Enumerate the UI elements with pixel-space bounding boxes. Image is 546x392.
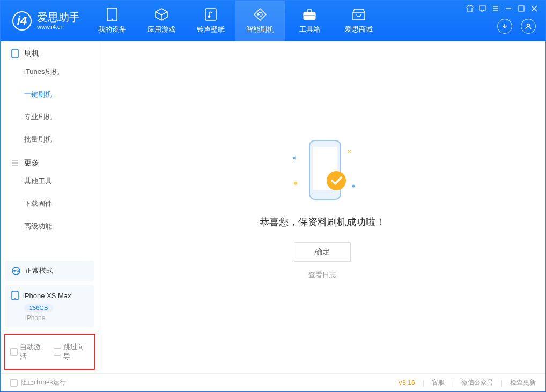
group-title: 更多 xyxy=(24,158,39,168)
sidebar-item-other-tools[interactable]: 其他工具 xyxy=(1,170,99,193)
svg-rect-8 xyxy=(519,6,524,11)
skip-guide-label: 跳过向导 xyxy=(63,342,90,361)
toolbox-icon xyxy=(302,8,316,21)
sidebar-group-flash: 刷机 xyxy=(1,41,99,61)
sidebar: 刷机 iTunes刷机 一键刷机 专业刷机 批量刷机 更多 其他工具 下载固件 … xyxy=(1,41,99,373)
close-icon[interactable] xyxy=(530,5,538,12)
device-capacity: 256GB xyxy=(24,304,53,312)
device-panel[interactable]: iPhone XS Max 256GB iPhone xyxy=(5,285,94,327)
sidebar-item-pro-flash[interactable]: 专业刷机 xyxy=(1,106,99,128)
svg-point-16 xyxy=(294,182,297,185)
ok-button[interactable]: 确定 xyxy=(294,242,351,262)
svg-point-13 xyxy=(17,270,19,272)
auto-activate-label: 自动激活 xyxy=(20,342,46,361)
store-icon xyxy=(352,8,366,21)
status-bar: 阻止iTunes运行 V8.16 | 客服 | 微信公众号 | 检查更新 xyxy=(1,373,545,391)
sidebar-item-batch-flash[interactable]: 批量刷机 xyxy=(1,128,99,151)
main-tabs: 我的设备 应用游戏 铃声壁纸 智能刷机 工具箱 爱思商城 xyxy=(87,1,383,41)
tab-label: 我的设备 xyxy=(98,25,126,34)
svg-rect-7 xyxy=(479,6,486,10)
mode-icon xyxy=(11,266,21,276)
sidebar-item-itunes-flash[interactable]: iTunes刷机 xyxy=(1,61,99,83)
user-icon[interactable] xyxy=(521,19,536,34)
svg-rect-10 xyxy=(12,49,18,58)
header-bar: i4 爱思助手 www.i4.cn 我的设备 应用游戏 铃声壁纸 智能刷机 工具… xyxy=(1,1,545,41)
block-itunes-label: 阻止iTunes运行 xyxy=(21,378,66,387)
tab-label: 智能刷机 xyxy=(246,25,274,34)
window-controls xyxy=(466,5,538,12)
svg-point-12 xyxy=(13,270,16,272)
svg-point-3 xyxy=(208,16,210,18)
sidebar-item-download-firmware[interactable]: 下载固件 xyxy=(1,193,99,215)
tab-ringtones[interactable]: 铃声壁纸 xyxy=(186,1,235,41)
feedback-icon[interactable] xyxy=(479,5,486,12)
mode-indicator[interactable]: 正常模式 xyxy=(5,261,94,281)
tab-label: 工具箱 xyxy=(299,25,320,34)
menu-icon[interactable] xyxy=(492,5,499,12)
device-icon xyxy=(105,8,119,21)
tab-my-device[interactable]: 我的设备 xyxy=(87,1,137,41)
sidebar-group-more: 更多 xyxy=(1,151,99,170)
tab-flash[interactable]: 智能刷机 xyxy=(235,1,285,41)
svg-rect-5 xyxy=(307,10,312,12)
block-itunes-checkbox[interactable] xyxy=(10,379,18,387)
tab-label: 铃声壁纸 xyxy=(197,25,225,34)
sidebar-item-oneclick-flash[interactable]: 一键刷机 xyxy=(1,83,99,106)
svg-point-9 xyxy=(527,24,530,27)
app-subtitle: www.i4.cn xyxy=(37,24,80,31)
device-type: iPhone xyxy=(25,314,88,322)
minimize-icon[interactable] xyxy=(505,5,512,12)
tab-toolbox[interactable]: 工具箱 xyxy=(285,1,334,41)
svg-point-1 xyxy=(112,19,113,20)
mode-label: 正常模式 xyxy=(25,266,53,276)
auto-activate-checkbox[interactable] xyxy=(10,348,18,356)
tab-apps[interactable]: 应用游戏 xyxy=(137,1,186,41)
group-title: 刷机 xyxy=(24,49,39,58)
music-icon xyxy=(204,8,218,21)
app-logo: i4 爱思助手 www.i4.cn xyxy=(1,11,87,31)
list-icon xyxy=(11,159,19,167)
logo-icon: i4 xyxy=(12,11,32,31)
device-name: iPhone XS Max xyxy=(23,292,71,300)
options-highlight: 自动激活 跳过向导 xyxy=(4,334,95,370)
refresh-icon xyxy=(253,8,267,21)
download-icon[interactable] xyxy=(497,19,512,34)
app-title: 爱思助手 xyxy=(37,11,80,24)
svg-point-20 xyxy=(327,171,346,190)
svg-point-17 xyxy=(352,184,355,187)
maximize-icon[interactable] xyxy=(518,5,525,12)
version-label: V8.16 xyxy=(398,379,415,387)
content-area: 恭喜您，保资料刷机成功啦！ 确定 查看日志 xyxy=(99,41,545,373)
service-link[interactable]: 客服 xyxy=(432,378,445,387)
shirt-icon[interactable] xyxy=(466,5,474,12)
view-log-link[interactable]: 查看日志 xyxy=(308,270,336,280)
phone-icon xyxy=(11,49,19,58)
tab-store[interactable]: 爱思商城 xyxy=(334,1,383,41)
cube-icon xyxy=(154,8,168,21)
success-message: 恭喜您，保资料刷机成功啦！ xyxy=(260,216,385,228)
device-icon xyxy=(11,291,19,300)
update-link[interactable]: 检查更新 xyxy=(510,378,536,387)
svg-point-15 xyxy=(14,298,16,299)
wechat-link[interactable]: 微信公众号 xyxy=(461,378,493,387)
skip-guide-checkbox[interactable] xyxy=(54,348,61,356)
success-illustration xyxy=(274,135,371,205)
tab-label: 爱思商城 xyxy=(345,25,373,34)
tab-label: 应用游戏 xyxy=(147,25,175,34)
svg-rect-6 xyxy=(304,15,315,16)
svg-rect-2 xyxy=(205,9,216,20)
sidebar-item-advanced[interactable]: 高级功能 xyxy=(1,215,99,238)
